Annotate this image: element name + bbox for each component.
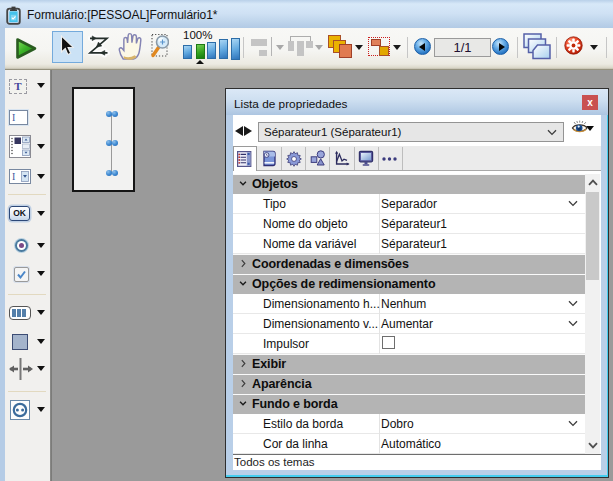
svg-text:I: I [12,171,15,182]
